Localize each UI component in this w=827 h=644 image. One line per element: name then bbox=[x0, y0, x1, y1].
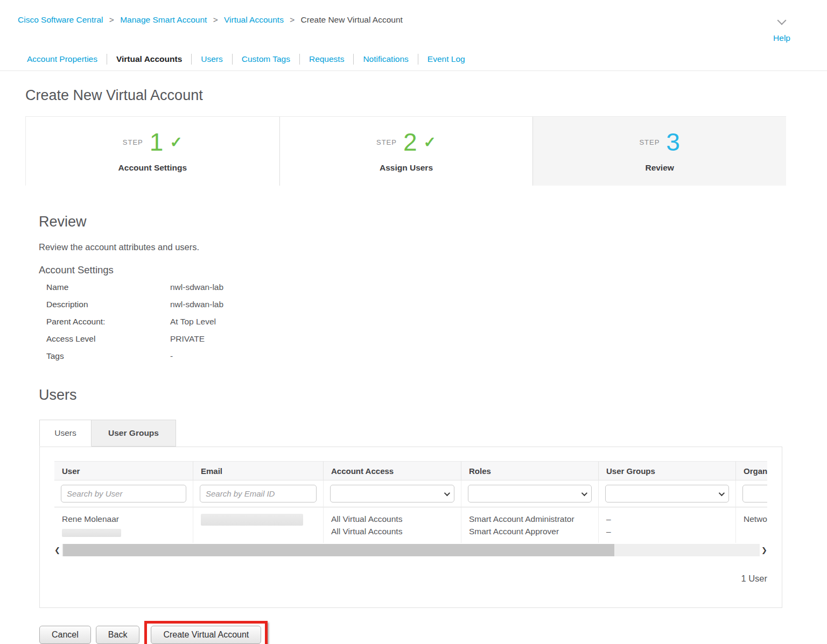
scrollbar-track[interactable] bbox=[62, 544, 760, 556]
step-number: 2 bbox=[403, 130, 417, 154]
users-table: User Email Account Access Roles User Gro… bbox=[54, 461, 767, 543]
search-by-email-input[interactable] bbox=[200, 485, 317, 503]
subtab-users[interactable]: Users bbox=[39, 420, 92, 447]
review-field-description: Description nwl-sdwan-lab bbox=[39, 299, 827, 310]
filter-cell-user-groups bbox=[598, 480, 735, 507]
users-heading: Users bbox=[39, 387, 827, 404]
table-row-email-cell bbox=[193, 507, 323, 543]
field-value: nwl-sdwan-lab bbox=[170, 281, 223, 293]
step-word: STEP bbox=[123, 138, 143, 146]
users-table-panel: User Email Account Access Roles User Gro… bbox=[39, 447, 782, 608]
account-access-line: All Virtual Accounts bbox=[331, 525, 461, 537]
table-row-roles-cell: Smart Account Administrator Smart Accoun… bbox=[461, 507, 598, 543]
cancel-button[interactable]: Cancel bbox=[39, 626, 91, 644]
back-button[interactable]: Back bbox=[96, 626, 140, 644]
filter-cell-organization bbox=[735, 480, 767, 507]
step-title: Review bbox=[645, 163, 674, 173]
tab-virtual-accounts[interactable]: Virtual Accounts bbox=[107, 54, 191, 65]
role-line: Smart Account Administrator bbox=[469, 513, 598, 525]
step-word: STEP bbox=[376, 138, 397, 146]
checkmark-icon: ✓ bbox=[424, 133, 436, 151]
chevron-down-icon[interactable] bbox=[777, 16, 787, 25]
filter-cell-account-access bbox=[323, 480, 461, 507]
step-title: Assign Users bbox=[380, 163, 433, 173]
organization-line: Networ bbox=[744, 513, 767, 525]
review-field-tags: Tags - bbox=[39, 350, 827, 362]
review-field-name: Name nwl-sdwan-lab bbox=[39, 281, 827, 293]
tab-event-log[interactable]: Event Log bbox=[418, 54, 474, 65]
footer-actions: Cancel Back Create Virtual Account bbox=[39, 621, 827, 644]
account-access-line: All Virtual Accounts bbox=[331, 513, 461, 525]
step-number: 3 bbox=[666, 130, 680, 154]
table-row-user-cell: Rene Molenaar bbox=[54, 507, 193, 543]
field-label: Description bbox=[46, 299, 170, 310]
column-header-email[interactable]: Email bbox=[193, 461, 323, 480]
column-header-roles[interactable]: Roles bbox=[461, 461, 598, 480]
redacted-user-id bbox=[62, 529, 121, 537]
user-count-label: 1 User bbox=[54, 574, 767, 584]
column-header-user-groups[interactable]: User Groups bbox=[598, 461, 735, 480]
organization-filter-select[interactable] bbox=[742, 485, 767, 503]
review-heading: Review bbox=[39, 214, 827, 230]
step-2-assign-users: STEP 2 ✓ Assign Users bbox=[279, 117, 533, 186]
chevron-down-icon bbox=[581, 490, 587, 496]
roles-filter-select[interactable] bbox=[468, 485, 592, 503]
field-label: Access Level bbox=[46, 333, 170, 345]
account-access-filter-select[interactable] bbox=[330, 485, 454, 503]
create-virtual-account-button[interactable]: Create Virtual Account bbox=[151, 626, 261, 644]
user-name: Rene Molenaar bbox=[62, 513, 193, 525]
chevron-down-icon bbox=[444, 490, 450, 496]
filter-cell-user bbox=[54, 480, 193, 507]
subtab-user-groups[interactable]: User Groups bbox=[92, 420, 176, 447]
horizontal-scrollbar[interactable]: ❮ ❯ bbox=[54, 544, 767, 556]
breadcrumb-link-cisco-software-central[interactable]: Cisco Software Central bbox=[18, 15, 103, 24]
field-value: PRIVATE bbox=[170, 333, 205, 345]
column-header-organization[interactable]: Organi bbox=[735, 461, 767, 480]
user-groups-filter-select[interactable] bbox=[605, 485, 729, 503]
account-nav-tabs: Account Properties Virtual Accounts User… bbox=[0, 47, 827, 71]
chevron-down-icon bbox=[719, 490, 725, 496]
step-word: STEP bbox=[639, 138, 660, 146]
breadcrumb: Cisco Software Central > Manage Smart Ac… bbox=[0, 0, 827, 25]
user-group-line: – bbox=[606, 525, 735, 537]
page-title: Create New Virtual Account bbox=[25, 87, 827, 104]
scrollbar-thumb[interactable] bbox=[63, 544, 614, 556]
tab-requests[interactable]: Requests bbox=[299, 54, 353, 65]
filter-cell-roles bbox=[461, 480, 598, 507]
checkmark-icon: ✓ bbox=[170, 133, 182, 151]
breadcrumb-separator: > bbox=[290, 15, 295, 24]
step-title: Account Settings bbox=[118, 163, 187, 173]
field-value: - bbox=[170, 350, 173, 362]
table-row-user-groups-cell: – – bbox=[598, 507, 735, 543]
field-label: Tags bbox=[46, 350, 170, 362]
users-sub-tabs: Users User Groups bbox=[39, 420, 827, 447]
step-number: 1 bbox=[150, 130, 164, 154]
table-row-account-access-cell: All Virtual Accounts All Virtual Account… bbox=[323, 507, 461, 543]
search-by-user-input[interactable] bbox=[61, 485, 186, 503]
tab-users[interactable]: Users bbox=[191, 54, 232, 65]
tab-notifications[interactable]: Notifications bbox=[353, 54, 417, 65]
review-field-parent-account: Parent Account: At Top Level bbox=[39, 316, 827, 328]
review-section: Review Review the account attributes and… bbox=[39, 214, 827, 362]
review-field-access-level: Access Level PRIVATE bbox=[39, 333, 827, 345]
breadcrumb-link-virtual-accounts[interactable]: Virtual Accounts bbox=[224, 15, 284, 24]
breadcrumb-link-manage-smart-account[interactable]: Manage Smart Account bbox=[120, 15, 207, 24]
redacted-email bbox=[201, 514, 303, 526]
field-value: nwl-sdwan-lab bbox=[170, 299, 223, 310]
table-row-organization-cell: Networ bbox=[735, 507, 767, 543]
step-1-account-settings: STEP 1 ✓ Account Settings bbox=[26, 117, 279, 186]
column-header-user[interactable]: User bbox=[54, 461, 193, 480]
field-label: Parent Account: bbox=[46, 316, 170, 328]
breadcrumb-current: Create New Virtual Account bbox=[301, 15, 403, 24]
breadcrumb-separator: > bbox=[213, 15, 218, 24]
user-group-line: – bbox=[606, 513, 735, 525]
help-link[interactable]: Help bbox=[773, 33, 790, 43]
chevron-right-icon[interactable]: ❯ bbox=[760, 544, 767, 556]
breadcrumb-separator: > bbox=[109, 15, 114, 24]
chevron-left-icon[interactable]: ❮ bbox=[54, 544, 62, 556]
tab-custom-tags[interactable]: Custom Tags bbox=[232, 54, 299, 65]
tab-account-properties[interactable]: Account Properties bbox=[18, 54, 107, 65]
step-3-review: STEP 3 Review bbox=[532, 117, 786, 186]
field-value: At Top Level bbox=[170, 316, 216, 328]
column-header-account-access[interactable]: Account Access bbox=[323, 461, 461, 480]
